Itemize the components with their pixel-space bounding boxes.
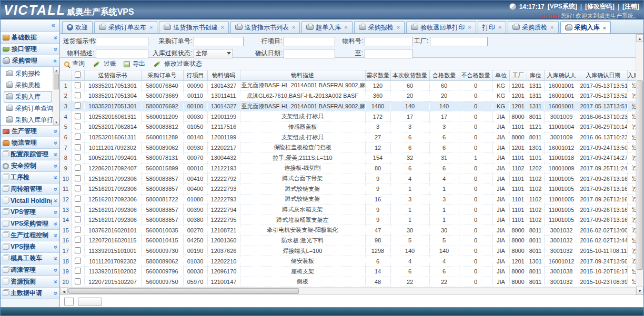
column-header[interactable]: 需求数量	[365, 70, 390, 80]
table-row[interactable]: 2 103352017051304 5800073669 00110 13011…	[60, 91, 637, 101]
row-checkbox[interactable]	[75, 278, 81, 284]
tab[interactable]: 超单入库 ×	[301, 21, 352, 33]
table-row[interactable]: 12 125162017092306 5800081722 01080 1222…	[60, 194, 637, 205]
column-header[interactable]: 合格数量	[429, 70, 459, 80]
horizontal-scrollbar[interactable]: ◀	[60, 287, 636, 294]
row-checkbox[interactable]	[75, 196, 81, 202]
to-date-input[interactable]	[365, 49, 413, 58]
select-all-checkbox[interactable]	[75, 72, 81, 78]
submenu-scrollbar[interactable]: ▲ ▼	[53, 67, 59, 125]
sidebar-group[interactable]: 周转箱管理	[1, 184, 59, 195]
table-row[interactable]: 19 113392015102002 5600009796 00030 1209…	[60, 267, 637, 277]
tab[interactable]: 采购入库 ×	[560, 21, 611, 34]
table-row[interactable]: 5 102532017062814 5800083812 01050 12117…	[60, 122, 637, 132]
scroll-left-arrow[interactable]: ◀	[60, 288, 68, 294]
tab[interactable]: 采购报检 ×	[354, 21, 405, 33]
sidebar-group[interactable]: 调漆管理	[1, 264, 59, 276]
logout-link[interactable]: [注销]	[622, 2, 639, 11]
submenu-item[interactable]: 采购入库单打印	[4, 114, 52, 126]
confirm-date-input[interactable]	[284, 49, 335, 58]
row-checkbox[interactable]	[75, 134, 81, 140]
sidebar-group[interactable]: 基础数据	[1, 32, 59, 44]
vertical-scroll-thumb[interactable]	[637, 80, 643, 270]
vps-system-link[interactable]: [VPS系统]	[548, 2, 577, 11]
pager-box[interactable]	[78, 298, 102, 305]
row-checkbox[interactable]	[75, 154, 81, 160]
column-header[interactable]: 物料编码	[207, 70, 240, 80]
tab[interactable]: 采购质检 ×	[508, 21, 558, 33]
sidebar-group[interactable]: 生产管理	[1, 126, 59, 137]
scroll-thumb[interactable]	[54, 74, 59, 89]
row-checkbox[interactable]	[75, 103, 81, 109]
column-header[interactable]: 入库确认人	[544, 70, 579, 80]
table-row[interactable]: 7 101112017092302 5800089062 00930 12202…	[60, 142, 637, 153]
column-header[interactable]: 不合格数量	[459, 70, 492, 80]
sidebar-group[interactable]: 模具工装车	[1, 253, 59, 264]
sidebar-group[interactable]: 生产过程控制	[1, 230, 59, 241]
sidebar-collapse-button[interactable]: «	[1, 19, 59, 32]
table-row[interactable]: 6 102532016061311 5600011289 00140 12001…	[60, 132, 637, 142]
table-row[interactable]: 11 125162017092306 5800083857 00400 1222…	[60, 184, 637, 194]
column-header[interactable]: 入库确认日期	[579, 70, 627, 80]
material-no-input[interactable]	[365, 37, 413, 46]
sidebar-group[interactable]: VPS管理	[1, 207, 59, 218]
sidebar-group[interactable]: 接口管理	[1, 44, 59, 55]
scroll-up-arrow[interactable]: ▲	[636, 34, 643, 42]
sidebar-group[interactable]: Victall Holding	[1, 195, 59, 207]
sidebar-group[interactable]: 工序检	[1, 172, 59, 184]
horizontal-scroll-thumb[interactable]	[68, 288, 299, 294]
row-checkbox[interactable]	[75, 206, 81, 212]
column-header[interactable]: 送货指示书	[84, 70, 141, 80]
sidebar-group[interactable]: 配置跟踪管理	[1, 149, 59, 160]
submenu-item[interactable]: 采购质检	[4, 79, 52, 91]
table-row[interactable]: 3 103352017051301 5800076692 00100 13014…	[60, 101, 637, 111]
tab[interactable]: 送货指示书创建 ×	[159, 21, 228, 33]
sidebar-group[interactable]: 主数据申请	[1, 288, 59, 299]
column-header[interactable]: 行项目	[183, 70, 207, 80]
row-checkbox[interactable]	[75, 175, 81, 181]
row-checkbox[interactable]	[75, 165, 81, 171]
toolbar-button[interactable]: 修改过账状态	[153, 59, 202, 68]
table-row[interactable]: 10 125162017092306 5800083857 00410 1222…	[60, 174, 637, 184]
table-row[interactable]: 13 125162017092306 5800083857 00390 1222…	[60, 205, 637, 215]
row-checkbox[interactable]	[75, 237, 81, 243]
toolbar-button[interactable]: 过账	[92, 59, 116, 68]
tab-close-icon[interactable]: ×	[292, 24, 295, 30]
column-header[interactable]: 库位	[527, 70, 544, 80]
table-row[interactable]: 15 103762016020101 5600010035 00270 1210…	[60, 225, 637, 236]
tab[interactable]: 送货指示书列表 ×	[230, 21, 300, 33]
row-checkbox[interactable]	[75, 144, 81, 150]
column-header[interactable]: 工厂	[509, 70, 527, 80]
plant-input[interactable]	[430, 37, 488, 46]
tab-close-icon[interactable]: ×	[397, 24, 400, 30]
sidebar-group[interactable]: 资源预测	[1, 276, 59, 288]
po-number-input[interactable]	[194, 37, 244, 46]
scroll-up-arrow[interactable]: ▲	[53, 67, 59, 73]
table-row[interactable]: 17 113392015101001 5600009730 00190 1203…	[60, 246, 637, 256]
row-checkbox[interactable]	[75, 92, 81, 98]
row-checkbox[interactable]	[75, 227, 81, 233]
submenu-item[interactable]: 采购入库	[4, 91, 52, 103]
submenu-item[interactable]: 采购报检	[4, 68, 52, 79]
sidebar-group[interactable]: VPS采购管理	[1, 218, 59, 230]
row-checkbox[interactable]	[75, 82, 81, 88]
tab-close-icon[interactable]: ×	[149, 24, 153, 30]
posting-status-select[interactable]: 全部	[194, 49, 233, 58]
toolbar-button[interactable]: 导出	[124, 59, 145, 68]
tab[interactable]: 验收退回单打印 ×	[406, 21, 476, 33]
row-checkbox[interactable]	[75, 247, 81, 253]
row-checkbox[interactable]	[75, 123, 81, 129]
tab[interactable]: 欢迎	[62, 21, 93, 33]
material-desc-input[interactable]	[96, 49, 148, 58]
delivery-note-input[interactable]	[96, 37, 148, 46]
row-checkbox[interactable]	[75, 268, 81, 274]
table-row[interactable]: 4 102532016061311 5600011209 00030 12001…	[60, 111, 637, 122]
table-row[interactable]: 16 122072016020115 5600010415 04250 1200…	[60, 236, 637, 246]
vertical-scrollbar[interactable]: ▲ ▼	[636, 34, 643, 294]
tab[interactable]: 打印 ×	[478, 21, 506, 33]
table-row[interactable]: 8 100522017092401 5800078131 00070 13004…	[60, 152, 637, 163]
tab-close-icon[interactable]: ×	[550, 24, 554, 30]
tab-close-icon[interactable]: ×	[344, 24, 347, 30]
tab-close-icon[interactable]: ×	[468, 24, 471, 30]
column-header[interactable]: 采购订单号	[141, 70, 183, 80]
